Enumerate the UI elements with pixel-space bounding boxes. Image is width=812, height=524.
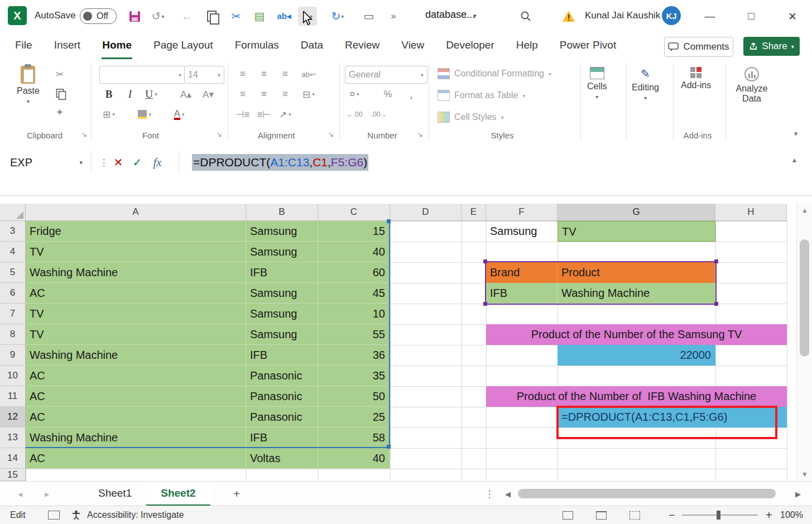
number-dialog-launcher[interactable]: ↘ [417,131,423,138]
scroll-down-icon[interactable]: ▼ [797,469,812,480]
row-header-6[interactable]: 6 [0,283,26,304]
row-header-11[interactable]: 11 [0,386,26,407]
addins-button[interactable]: Add-ins [681,67,711,90]
cancel-button[interactable]: ✕ [109,153,127,172]
accessibility-status[interactable]: Accessibility: Investigate [87,506,184,524]
column-header-E[interactable]: E [462,204,486,221]
scroll-up-icon[interactable]: ▲ [797,205,812,216]
decrease-font-button[interactable]: A▾ [200,87,217,102]
increase-indent-button[interactable]: ≡⊢ [256,107,272,122]
column-header-F[interactable]: F [486,204,558,221]
cell-C13[interactable]: 58 [318,427,390,448]
undo-button[interactable]: ↺▾ [148,7,167,26]
zoom-out-button[interactable]: − [669,506,675,524]
cell-A12[interactable]: AC [26,407,246,427]
orientation-button[interactable]: ↗▾ [277,107,294,122]
copy-button[interactable] [202,7,221,26]
zoom-level[interactable]: 100% [780,506,803,524]
font-color-button[interactable]: A▾ [171,107,188,122]
new-document-button[interactable]: ▭ [359,7,378,26]
column-header-H[interactable]: H [715,204,787,221]
cell-C4[interactable]: 40 [318,242,390,262]
row-header-3[interactable]: 3 [0,221,26,242]
cell-A8[interactable]: TV [26,324,246,345]
row-header-9[interactable]: 9 [0,345,26,366]
cell-A6[interactable]: AC [26,283,246,304]
qat-more-button[interactable]: » [384,7,403,26]
ribbon-tab-insert[interactable]: Insert [54,32,81,59]
name-box-chevron-icon[interactable]: ▾ [79,159,83,166]
zoom-slider-thumb[interactable] [717,511,720,520]
sheet-tab-sheet1[interactable]: Sheet1 [84,482,146,506]
cell-F3[interactable]: Samsung [486,221,558,242]
tabbar-kebab-icon[interactable]: ⋮ [483,486,496,502]
align-center-button[interactable]: ≡ [256,87,272,102]
cell-A11[interactable]: AC [26,386,246,407]
ribbon-tab-data[interactable]: Data [300,32,324,59]
banner-ifb-washing-machine[interactable]: Product of the Number of IFB Washing Mac… [486,386,787,407]
cell-C6[interactable]: 45 [318,283,390,304]
cell-G5[interactable]: Product [558,262,715,283]
font-dialog-launcher[interactable]: ↘ [217,131,222,138]
row-header-12[interactable]: 12 [0,407,26,427]
cell-A4[interactable]: TV [26,242,246,262]
next-sheet-button[interactable]: ▸ [36,482,58,506]
cell-B10[interactable]: Panasonic [246,366,318,386]
cell-C3[interactable]: 15 [318,221,390,242]
select-all-button[interactable] [0,204,26,221]
formula-bar-collapse-icon[interactable]: ▴ [792,155,796,164]
ribbon-tab-view[interactable]: View [401,32,425,59]
autosave-toggle[interactable]: Off [80,8,117,24]
cell-C10[interactable]: 35 [318,366,390,386]
column-header-C[interactable]: C [318,204,390,221]
cell-F5[interactable]: Brand [486,262,558,283]
alignment-dialog-launcher[interactable]: ↘ [328,131,334,138]
wrap-text-button[interactable]: ab↩ [300,67,317,81]
ribbon-tab-home[interactable]: Home [102,32,132,59]
align-left-button[interactable]: ≡ [234,87,251,102]
page-break-view-button[interactable] [630,506,640,524]
font-size-combo[interactable]: 14▾ [184,66,224,84]
column-header-B[interactable]: B [246,204,318,221]
cell-A14[interactable]: AC [26,448,246,469]
row-header-4[interactable]: 4 [0,242,26,262]
cell-B6[interactable]: Samsung [246,283,318,304]
cut-button[interactable]: ✂ [227,7,246,26]
cell-G9-result[interactable]: 22000 [558,345,715,366]
cell-C14[interactable]: 40 [318,448,390,469]
percent-style-button[interactable]: % [379,87,396,102]
zoom-in-button[interactable]: + [766,506,772,524]
cell-A5[interactable]: Washing Machine [26,262,246,283]
cell-B13[interactable]: IFB [246,427,318,448]
ribbon-tab-page-layout[interactable]: Page Layout [153,32,214,59]
avatar[interactable]: KJ [662,6,681,25]
accessibility-icon[interactable] [71,506,81,524]
name-box[interactable]: EXP ▾ [4,153,88,172]
decrease-decimal-button[interactable]: .00→ [371,107,387,122]
sheet-tab-sheet2[interactable]: Sheet2 [146,482,210,506]
format-as-table-button[interactable]: Format as Table ▾ [438,90,525,101]
cell-C12[interactable]: 25 [318,407,390,427]
row-header-13[interactable]: 13 [0,427,26,448]
warning-button[interactable] [559,7,578,26]
column-header-G[interactable]: G [558,204,715,221]
ribbon-tab-developer[interactable]: Developer [445,32,495,59]
analyze-data-button[interactable]: Analyze Data [732,67,771,104]
bold-button[interactable]: B [100,87,117,102]
new-sheet-button[interactable]: + [229,486,244,502]
comments-button[interactable]: Comments [664,37,733,57]
cell-B12[interactable]: Panasonic [246,407,318,427]
cell-F6[interactable]: IFB [486,283,558,304]
column-header-A[interactable]: A [26,204,246,221]
copy-ribbon-button[interactable] [51,86,68,100]
save-button[interactable] [125,7,144,26]
ribbon-tab-help[interactable]: Help [516,32,539,59]
autocorrect-button[interactable]: ab◂ [275,7,294,26]
increase-decimal-button[interactable]: ←.00 [346,107,363,122]
clipboard-dialog-launcher[interactable]: ↘ [81,131,87,138]
cell-A9[interactable]: Washing Machine [26,345,246,366]
cell-A3[interactable]: Fridge [26,221,246,242]
zoom-slider[interactable] [682,506,758,524]
normal-view-button[interactable] [563,506,573,524]
cell-B3[interactable]: Samsung [246,221,318,242]
